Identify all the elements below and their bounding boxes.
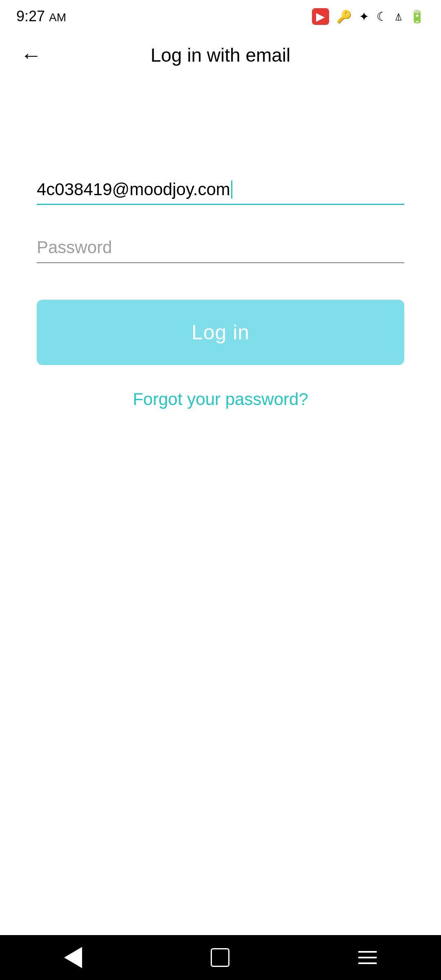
nav-menu-button[interactable] — [358, 951, 377, 964]
back-button[interactable]: ← — [16, 39, 46, 71]
bottom-nav — [0, 935, 441, 980]
nav-back-button[interactable] — [64, 947, 82, 968]
nav-back-icon — [64, 947, 82, 968]
status-icons: ▶ 🔑 ✦ ☾ ⍋ 🔋 — [312, 8, 425, 25]
status-time: 9:27 AM — [16, 8, 66, 25]
moon-icon: ☾ — [376, 9, 388, 24]
bluetooth-icon: ✦ — [359, 9, 369, 24]
nav-menu-icon — [358, 951, 377, 964]
login-button[interactable]: Log in — [37, 300, 404, 365]
back-arrow-icon: ← — [20, 43, 42, 67]
email-input-group: 4c038419@moodjoy.com — [37, 176, 404, 205]
nav-home-button[interactable] — [211, 948, 229, 967]
forgot-password-link[interactable]: Forgot your password? — [133, 390, 308, 409]
main-content: 4c038419@moodjoy.com Password Log in For… — [0, 176, 441, 417]
forgot-password-section: Forgot your password? — [37, 381, 404, 417]
key-icon: 🔑 — [336, 9, 352, 24]
header: ← Log in with email — [0, 33, 441, 78]
wifi-icon: ⍋ — [395, 9, 402, 23]
nav-home-icon — [211, 948, 229, 967]
battery-icon: 🔋 — [410, 9, 425, 24]
status-bar: 9:27 AM ▶ 🔑 ✦ ☾ ⍋ 🔋 — [0, 0, 441, 33]
page-title: Log in with email — [151, 44, 291, 66]
password-input-group: Password — [37, 234, 404, 263]
video-icon: ▶ — [312, 8, 329, 25]
